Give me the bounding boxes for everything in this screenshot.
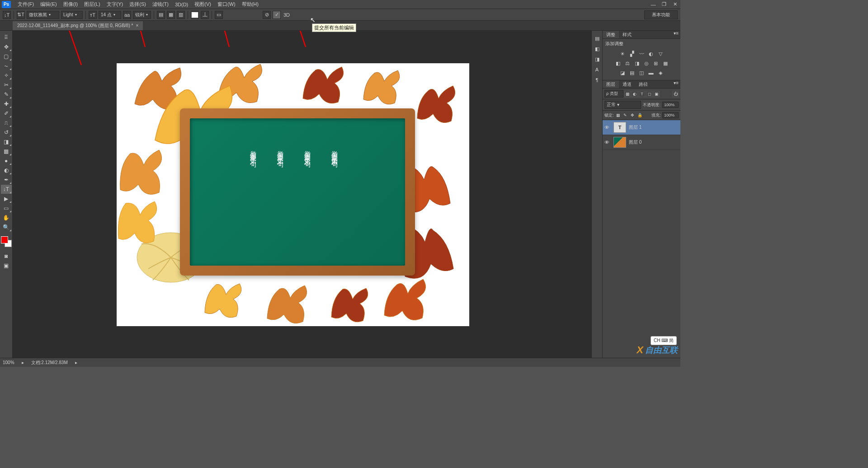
colorbalance-icon[interactable]: ⚖ (623, 59, 632, 67)
canvas-area[interactable]: 举例文字第一句。 举例文字第二句。 举例文字第三句。 举例文字第四句。 (13, 31, 591, 358)
document-canvas[interactable]: 举例文字第一句。 举例文字第二句。 举例文字第三句。 举例文字第四句。 (117, 63, 469, 326)
dodge-tool[interactable]: ◐ (1, 166, 12, 175)
paragraph-panel-icon[interactable]: ¶ (593, 75, 602, 84)
menu-3d[interactable]: 3D(D) (172, 1, 191, 8)
lasso-tool[interactable]: ⏦ (1, 61, 12, 70)
workspace-select[interactable]: 基本功能 (644, 10, 678, 19)
posterize-icon[interactable]: ▤ (628, 69, 636, 77)
move-tool[interactable]: ✥ (1, 42, 12, 51)
toolbox-grip-icon[interactable]: ⠿ (1, 33, 12, 42)
blend-mode-select[interactable]: 正常 ▾ (604, 101, 641, 109)
layer-item-1[interactable]: 👁 T 图层 1 (603, 120, 680, 135)
ime-indicator[interactable]: CH ⌨ 简 (651, 336, 677, 345)
gradientmap-icon[interactable]: ▬ (647, 69, 655, 77)
hand-tool[interactable]: ✋ (1, 213, 12, 222)
gradient-tool[interactable]: ▦ (1, 147, 12, 156)
stamp-tool[interactable]: ⎍ (1, 118, 12, 127)
menu-layer[interactable]: 图层(L) (81, 0, 103, 9)
lock-pixels-icon[interactable]: ✎ (623, 112, 628, 118)
text-orientation-toggle[interactable]: ↓T (3, 11, 11, 19)
filter-toggle-icon[interactable]: ⏻ (672, 91, 679, 97)
crop-tool[interactable]: ✂ (1, 80, 12, 89)
3d-button[interactable]: 3D (283, 11, 291, 19)
marquee-tool[interactable]: ▢ (1, 52, 12, 61)
zoom-tool[interactable]: 🔍 (1, 223, 12, 232)
zoom-level[interactable]: 100% (3, 360, 14, 365)
tab-styles[interactable]: 样式 (619, 31, 635, 38)
layer-name[interactable]: 图层 0 (629, 139, 642, 145)
swatches-panel-icon[interactable]: ◨ (593, 55, 602, 64)
hue-icon[interactable]: ◧ (614, 59, 622, 67)
font-style-select[interactable]: Light ▾ (61, 11, 83, 19)
vertical-text-2[interactable]: 举例文字第二句。 (276, 145, 284, 166)
close-button[interactable]: ✕ (670, 1, 680, 8)
menu-file[interactable]: 文件(F) (14, 0, 37, 9)
tab-adjustments[interactable]: 调整 (603, 31, 619, 38)
menu-help[interactable]: 帮助(H) (239, 0, 262, 9)
menu-type[interactable]: 文字(Y) (104, 0, 127, 9)
invert-icon[interactable]: ◪ (618, 69, 627, 77)
path-select-tool[interactable]: ▶ (1, 194, 12, 203)
menu-window[interactable]: 窗口(W) (214, 0, 239, 9)
filter-pixel-icon[interactable]: ▦ (624, 91, 631, 97)
menu-view[interactable]: 视图(V) (191, 0, 214, 9)
history-panel-icon[interactable]: ▤ (593, 34, 602, 43)
vibrance-icon[interactable]: ▽ (656, 50, 665, 58)
commit-edit-icon[interactable]: ✓ (273, 11, 281, 19)
text-direction-icon[interactable]: ⇅T (17, 11, 25, 19)
cancel-edit-icon[interactable]: ⊘ (263, 11, 271, 19)
align-bottom-icon[interactable]: ▥ (177, 11, 185, 19)
opacity-input[interactable]: 100% (662, 102, 679, 108)
photofilter-icon[interactable]: ◎ (642, 59, 651, 67)
font-size-select[interactable]: 14 点 ▾ (99, 11, 121, 19)
document-info[interactable]: 文档:2.12M/2.83M (31, 360, 68, 366)
lock-transparent-icon[interactable]: ▦ (615, 112, 621, 118)
tab-layers[interactable]: 图层 (603, 80, 619, 88)
curves-icon[interactable]: 〰 (637, 50, 646, 58)
tab-channels[interactable]: 通道 (619, 80, 635, 88)
layer-name[interactable]: 图层 1 (629, 124, 642, 131)
filter-adjust-icon[interactable]: ◐ (632, 91, 638, 97)
threshold-icon[interactable]: ◫ (637, 69, 646, 77)
minimize-button[interactable]: — (648, 1, 659, 8)
document-tab[interactable]: 2022-12-08_111449_副本.png @ 100% (图层 0, R… (13, 21, 143, 30)
channelmixer-icon[interactable]: ⊞ (652, 59, 660, 67)
levels-icon[interactable]: ▞ (628, 50, 636, 58)
info-arrow-icon[interactable]: ▸ (75, 360, 77, 365)
foreground-background-colors[interactable] (1, 236, 12, 247)
magic-wand-tool[interactable]: ✧ (1, 71, 12, 80)
shape-tool[interactable]: ▭ (1, 204, 12, 213)
tab-close-icon[interactable]: × (136, 23, 138, 28)
font-family-select[interactable]: 微软雅黑 ▾ (27, 11, 59, 19)
tab-paths[interactable]: 路径 (635, 80, 651, 88)
menu-edit[interactable]: 编辑(E) (37, 0, 60, 9)
character-panel-icon[interactable]: ▭ (215, 11, 223, 19)
text-color-swatch[interactable] (191, 11, 199, 19)
healing-tool[interactable]: ✚ (1, 99, 12, 108)
vertical-text-4[interactable]: 举例文字第四句。 (330, 145, 338, 166)
selectivecolor-icon[interactable]: ◈ (656, 69, 665, 77)
align-middle-icon[interactable]: ▦ (167, 11, 175, 19)
vertical-text-3[interactable]: 举例文字第三句。 (303, 145, 311, 166)
layer-visibility-icon[interactable]: 👁 (604, 140, 611, 145)
layer-filter-type[interactable]: ρ 类型 (604, 90, 623, 98)
history-brush-tool[interactable]: ↺ (1, 128, 12, 137)
menu-select[interactable]: 选择(S) (126, 0, 149, 9)
vertical-text-1[interactable]: 举例文字第一句。 (249, 145, 257, 166)
color-panel-icon[interactable]: ◧ (593, 44, 602, 53)
brush-tool[interactable]: ✐ (1, 109, 12, 118)
panel-menu-icon[interactable]: ▾≡ (672, 80, 680, 88)
pen-tool[interactable]: ✒ (1, 175, 12, 184)
filter-type-icon[interactable]: T (639, 91, 645, 97)
layer-visibility-icon[interactable]: 👁 (604, 125, 611, 130)
antialiasing-select[interactable]: 锐利 ▾ (133, 11, 151, 19)
blur-tool[interactable]: ● (1, 156, 12, 165)
quickmask-tool[interactable]: ◙ (1, 252, 12, 261)
warp-text-icon[interactable]: 丄 (201, 11, 209, 19)
foreground-color[interactable] (1, 236, 8, 243)
character-panel-icon[interactable]: A (593, 65, 602, 74)
type-tool[interactable]: ↓T (1, 185, 12, 194)
zoom-arrow-icon[interactable]: ▸ (22, 360, 24, 365)
menu-image[interactable]: 图像(I) (60, 0, 81, 9)
panel-menu-icon[interactable]: ▾≡ (672, 31, 680, 38)
